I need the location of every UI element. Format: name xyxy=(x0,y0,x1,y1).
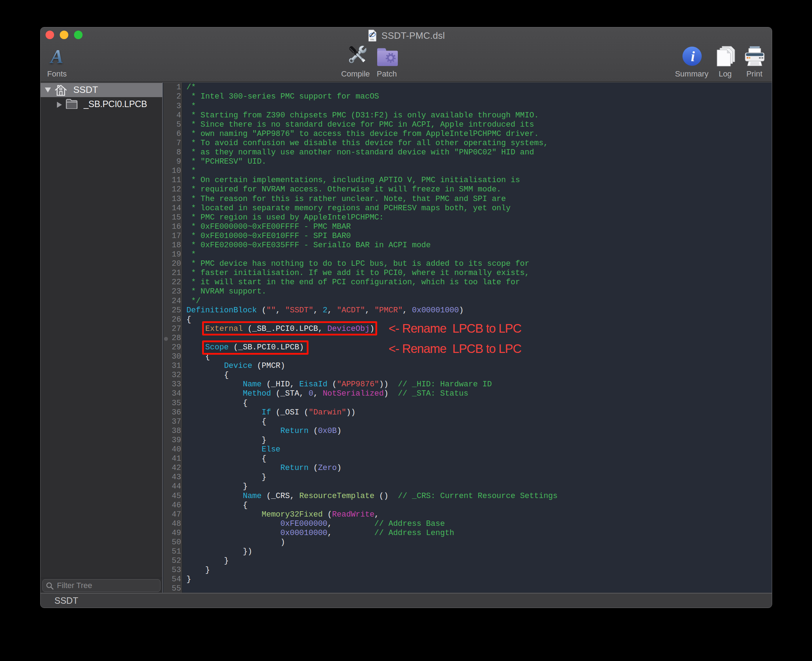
svg-text:i: i xyxy=(691,48,695,64)
svg-text:DSL: DSL xyxy=(371,38,375,41)
